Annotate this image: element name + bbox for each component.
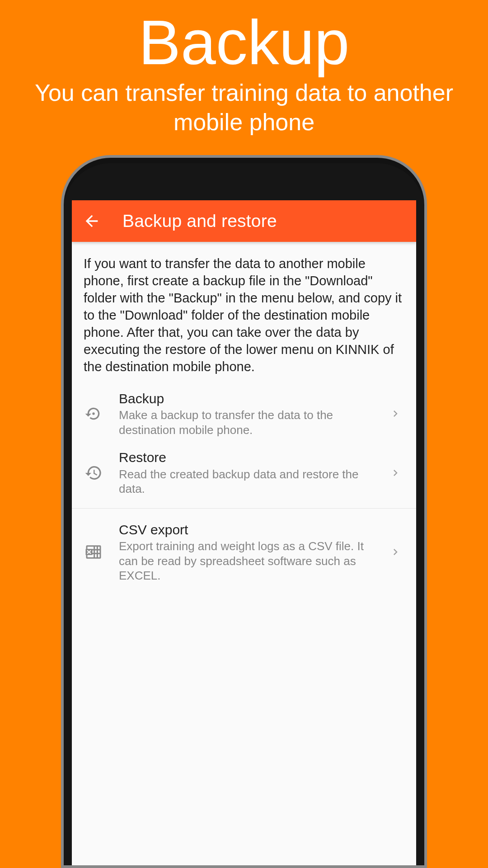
csv-export-row[interactable]: CSV export Export training and weight lo…: [84, 517, 404, 590]
screen-content: If you want to transfer the data to anot…: [72, 242, 416, 590]
restore-title: Restore: [119, 449, 383, 466]
backup-icon: [84, 405, 103, 423]
arrow-back-icon: [83, 212, 101, 230]
restore-subtitle: Read the created backup data and restore…: [119, 467, 383, 496]
csv-title: CSV export: [119, 521, 383, 538]
restore-row[interactable]: Restore Read the created backup data and…: [84, 444, 404, 504]
chevron-right-icon: [389, 466, 402, 480]
hero-title: Backup: [0, 9, 488, 75]
appbar-title: Backup and restore: [122, 211, 277, 231]
appbar: Backup and restore: [72, 200, 416, 242]
spreadsheet-icon: [84, 543, 103, 561]
settings-backup-restore-icon: [84, 405, 103, 423]
svg-point-0: [92, 412, 94, 415]
chevron-right-icon: [389, 545, 402, 559]
description-text: If you want to transfer the data to anot…: [84, 255, 404, 376]
back-button[interactable]: [80, 209, 103, 233]
restore-icon: [84, 464, 103, 482]
phone-screen: Backup and restore If you want to transf…: [72, 200, 416, 865]
hero-subtitle: You can transfer training data to anothe…: [0, 78, 488, 137]
history-icon: [84, 464, 103, 482]
chevron-right-icon: [389, 407, 402, 420]
divider: [72, 508, 416, 509]
phone-frame: Backup and restore If you want to transf…: [61, 155, 427, 868]
csv-icon: [84, 543, 103, 561]
backup-title: Backup: [119, 390, 383, 407]
hero: Backup You can transfer training data to…: [0, 0, 488, 137]
backup-row[interactable]: Backup Make a backup to transfer the dat…: [84, 386, 404, 445]
backup-subtitle: Make a backup to transfer the data to th…: [119, 408, 383, 437]
csv-subtitle: Export training and weight logs as a CSV…: [119, 539, 383, 583]
menu-list: Backup Make a backup to transfer the dat…: [84, 386, 404, 590]
